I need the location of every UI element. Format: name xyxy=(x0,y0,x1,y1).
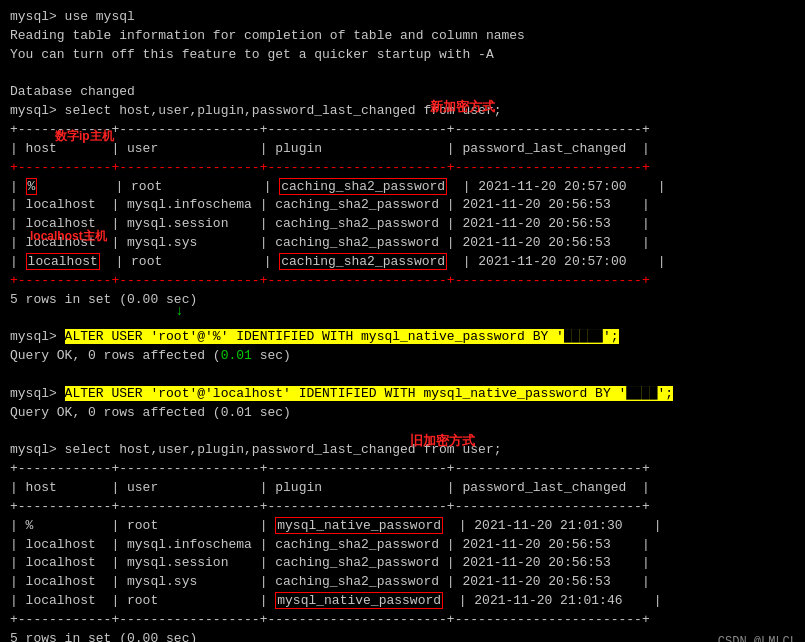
table-row-5b: | localhost | root | mysql_native_passwo… xyxy=(10,592,795,611)
line-2: Reading table information for completion… xyxy=(10,27,795,46)
native-pwd-5: mysql_native_password xyxy=(275,592,443,609)
line-1: mysql> use mysql xyxy=(10,8,795,27)
table-row-4b: | localhost | mysql.sys | caching_sha2_p… xyxy=(10,573,795,592)
alter-cmd-2: mysql> ALTER USER 'root'@'localhost' IDE… xyxy=(10,385,795,404)
table-row-3b: | localhost | mysql.session | caching_sh… xyxy=(10,554,795,573)
line-4 xyxy=(10,65,795,84)
line-6: mysql> select host,user,plugin,password_… xyxy=(10,102,795,121)
table-sep-2: +------------+------------------+-------… xyxy=(10,498,795,517)
watermark: CSDN @LMLCL xyxy=(718,635,797,642)
table-row-5: | localhost | root | caching_sha2_passwo… xyxy=(10,253,795,272)
table-row-1: | % | root | caching_sha2_password | 202… xyxy=(10,178,795,197)
alter-highlight-2: ALTER USER 'root'@'localhost' IDENTIFIED… xyxy=(65,386,674,401)
line-3: You can turn off this feature to get a q… xyxy=(10,46,795,65)
rows-count-2: 5 rows in set (0.00 sec) xyxy=(10,630,795,642)
table-row-1b: | % | root | mysql_native_password | 202… xyxy=(10,517,795,536)
table-border-2: +------------+------------------+-------… xyxy=(10,272,795,291)
table-border-4: +------------+------------------+-------… xyxy=(10,611,795,630)
rows-count-1: 5 rows in set (0.00 sec) xyxy=(10,291,795,310)
table-row-4: | localhost | mysql.sys | caching_sha2_p… xyxy=(10,234,795,253)
caching-sha2-1: caching_sha2_password xyxy=(279,178,447,195)
table-row-2: | localhost | mysql.infoschema | caching… xyxy=(10,196,795,215)
table-row-3: | localhost | mysql.session | caching_sh… xyxy=(10,215,795,234)
table-header: | host | user | plugin | password_last_c… xyxy=(10,140,795,159)
time-highlight-1: 0.01 xyxy=(221,348,252,363)
select-2: mysql> select host,user,plugin,password_… xyxy=(10,441,795,460)
blank-1 xyxy=(10,310,795,329)
terminal: mysql> use mysql Reading table informati… xyxy=(10,8,795,642)
line-5: Database changed xyxy=(10,83,795,102)
annotation-digital-ip: 数字ip主机 xyxy=(55,128,114,145)
query-ok-1: Query OK, 0 rows affected (0.01 sec) xyxy=(10,347,795,366)
table-border-1: +------------+------------------+-------… xyxy=(10,121,795,140)
annotation-old-method: 旧加密方式 xyxy=(410,432,475,450)
annotation-new-method: 新加密方式 xyxy=(430,98,495,116)
table-header-2: | host | user | plugin | password_last_c… xyxy=(10,479,795,498)
blank-2 xyxy=(10,366,795,385)
table-sep-1: +------------+------------------+-------… xyxy=(10,159,795,178)
percent-host: % xyxy=(26,178,38,195)
alter-cmd-1: mysql> ALTER USER 'root'@'%' IDENTIFIED … xyxy=(10,328,795,347)
table-border-3: +------------+------------------+-------… xyxy=(10,460,795,479)
blank-3 xyxy=(10,423,795,442)
table-row-2b: | localhost | mysql.infoschema | caching… xyxy=(10,536,795,555)
query-ok-2: Query OK, 0 rows affected (0.01 sec) xyxy=(10,404,795,423)
green-arrow-icon: ↓ xyxy=(175,303,183,319)
localhost-host-box: localhost xyxy=(26,253,100,270)
native-pwd-1: mysql_native_password xyxy=(275,517,443,534)
caching-sha2-5: caching_sha2_password xyxy=(279,253,447,270)
alter-highlight-1: ALTER USER 'root'@'%' IDENTIFIED WITH my… xyxy=(65,329,619,344)
annotation-localhost-host: localhost主机 xyxy=(30,228,107,245)
